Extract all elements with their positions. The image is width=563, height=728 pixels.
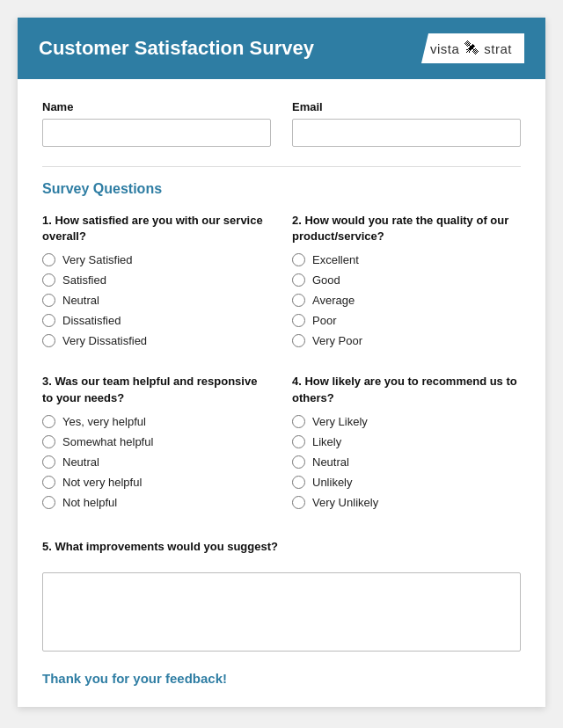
divider bbox=[42, 166, 521, 167]
suggestions-textarea[interactable] bbox=[42, 572, 521, 652]
q1-radio-1 bbox=[42, 253, 55, 266]
q1-label-3: Neutral bbox=[62, 294, 99, 307]
question-1-title: 1. How satisfied are you with our servic… bbox=[42, 213, 271, 244]
email-label: Email bbox=[292, 100, 521, 113]
fields-row: Name Email bbox=[42, 100, 521, 147]
q2-label-4: Poor bbox=[312, 314, 336, 327]
form-content: Name Email Survey Questions 1. How satis… bbox=[18, 79, 545, 707]
q2-option-5[interactable]: Very Poor bbox=[292, 334, 521, 347]
q1-radio-2 bbox=[42, 273, 55, 287]
question-5-block: 5. What improvements would you suggest? bbox=[42, 539, 521, 655]
q2-label-3: Average bbox=[312, 294, 355, 307]
q4-option-4[interactable]: Unlikely bbox=[292, 476, 521, 489]
question-5-title: 5. What improvements would you suggest? bbox=[42, 539, 521, 555]
q4-option-1[interactable]: Very Likely bbox=[292, 415, 521, 428]
q1-option-1[interactable]: Very Satisfied bbox=[42, 253, 271, 266]
questions-grid-bottom: 3. Was our team helpful and responsive t… bbox=[42, 374, 521, 535]
q3-radio-5 bbox=[42, 496, 55, 509]
logo-text-right: strat bbox=[484, 41, 512, 56]
question-3-options: Yes, very helpfulSomewhat helpfulNeutral… bbox=[42, 415, 271, 509]
q4-label-5: Very Unlikely bbox=[312, 496, 378, 509]
question-4-options: Very LikelyLikelyNeutralUnlikelyVery Unl… bbox=[292, 415, 521, 509]
q4-label-1: Very Likely bbox=[312, 415, 368, 428]
q3-option-4[interactable]: Not very helpful bbox=[42, 476, 271, 489]
q1-option-4[interactable]: Dissatisfied bbox=[42, 314, 271, 327]
thank-you-text: Thank you for your feedback! bbox=[42, 671, 521, 686]
question-2-block: 2. How would you rate the quality of our… bbox=[292, 213, 521, 354]
email-input[interactable] bbox=[292, 119, 521, 147]
q4-label-3: Neutral bbox=[312, 455, 349, 469]
question-2-options: ExcellentGoodAveragePoorVery Poor bbox=[292, 253, 521, 347]
question-2-title: 2. How would you rate the quality of our… bbox=[292, 213, 521, 244]
q2-radio-4 bbox=[292, 314, 305, 327]
q2-option-4[interactable]: Poor bbox=[292, 314, 521, 327]
q2-option-3[interactable]: Average bbox=[292, 294, 521, 307]
name-label: Name bbox=[42, 100, 271, 113]
q3-label-3: Neutral bbox=[62, 455, 99, 469]
q2-option-2[interactable]: Good bbox=[292, 273, 521, 287]
q2-label-2: Good bbox=[312, 273, 340, 287]
q2-option-1[interactable]: Excellent bbox=[292, 253, 521, 266]
q3-option-5[interactable]: Not helpful bbox=[42, 496, 271, 509]
q1-radio-4 bbox=[42, 314, 55, 327]
q3-radio-3 bbox=[42, 455, 55, 469]
page-title: Customer Satisfaction Survey bbox=[39, 37, 314, 60]
question-4-block: 4. How likely are you to recommend us to… bbox=[292, 374, 521, 515]
logo-text-left: vista bbox=[430, 41, 459, 56]
q1-option-3[interactable]: Neutral bbox=[42, 294, 271, 307]
q3-label-1: Yes, very helpful bbox=[62, 415, 146, 428]
email-field-group: Email bbox=[292, 100, 521, 147]
q1-radio-5 bbox=[42, 334, 55, 347]
question-3-block: 3. Was our team helpful and responsive t… bbox=[42, 374, 271, 515]
q2-radio-2 bbox=[292, 273, 305, 287]
q4-option-2[interactable]: Likely bbox=[292, 435, 521, 448]
q3-label-2: Somewhat helpful bbox=[62, 435, 153, 448]
satellite-icon: 🛰 bbox=[464, 40, 479, 56]
q1-radio-3 bbox=[42, 294, 55, 307]
q3-option-2[interactable]: Somewhat helpful bbox=[42, 435, 271, 448]
question-4-title: 4. How likely are you to recommend us to… bbox=[292, 374, 521, 405]
q3-label-5: Not helpful bbox=[62, 496, 117, 509]
logo: vista 🛰 strat bbox=[421, 33, 524, 63]
q1-label-5: Very Dissatisfied bbox=[62, 334, 147, 347]
q4-label-2: Likely bbox=[312, 435, 341, 448]
q2-radio-5 bbox=[292, 334, 305, 347]
q3-label-4: Not very helpful bbox=[62, 476, 142, 489]
question-3-title: 3. Was our team helpful and responsive t… bbox=[42, 374, 271, 405]
q4-radio-2 bbox=[292, 435, 305, 448]
q2-label-5: Very Poor bbox=[312, 334, 362, 347]
q4-option-5[interactable]: Very Unlikely bbox=[292, 496, 521, 509]
header: Customer Satisfaction Survey vista 🛰 str… bbox=[18, 18, 545, 79]
q1-label-1: Very Satisfied bbox=[62, 253, 133, 266]
q1-label-2: Satisfied bbox=[62, 273, 106, 287]
q1-label-4: Dissatisfied bbox=[62, 314, 121, 327]
q3-radio-1 bbox=[42, 415, 55, 428]
questions-grid-top: 1. How satisfied are you with our servic… bbox=[42, 213, 521, 374]
q4-radio-5 bbox=[292, 496, 305, 509]
name-field-group: Name bbox=[42, 100, 271, 147]
q4-radio-1 bbox=[292, 415, 305, 428]
question-1-options: Very SatisfiedSatisfiedNeutralDissatisfi… bbox=[42, 253, 271, 347]
q2-radio-1 bbox=[292, 253, 305, 266]
q4-option-3[interactable]: Neutral bbox=[292, 455, 521, 469]
q3-radio-2 bbox=[42, 435, 55, 448]
q2-radio-3 bbox=[292, 294, 305, 307]
q3-option-3[interactable]: Neutral bbox=[42, 455, 271, 469]
section-heading: Survey Questions bbox=[42, 181, 521, 197]
q2-label-1: Excellent bbox=[312, 253, 359, 266]
question-1-block: 1. How satisfied are you with our servic… bbox=[42, 213, 271, 354]
q3-option-1[interactable]: Yes, very helpful bbox=[42, 415, 271, 428]
q3-radio-4 bbox=[42, 476, 55, 489]
q4-label-4: Unlikely bbox=[312, 476, 353, 489]
q1-option-2[interactable]: Satisfied bbox=[42, 273, 271, 287]
q4-radio-4 bbox=[292, 476, 305, 489]
name-input[interactable] bbox=[42, 119, 271, 147]
q1-option-5[interactable]: Very Dissatisfied bbox=[42, 334, 271, 347]
q4-radio-3 bbox=[292, 455, 305, 469]
